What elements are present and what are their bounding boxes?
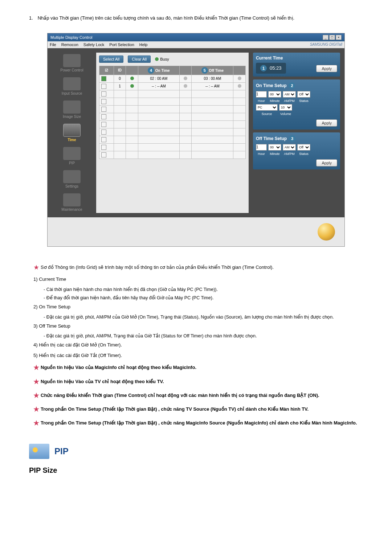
row-checkbox[interactable] xyxy=(101,122,106,127)
star-icon: ★ xyxy=(33,364,39,371)
status-dot-icon xyxy=(238,84,241,88)
close-button[interactable]: × xyxy=(336,35,342,40)
row-checkbox[interactable] xyxy=(101,114,106,119)
row-id: 0 xyxy=(114,75,126,82)
off-minute-select[interactable]: 00 xyxy=(268,144,281,151)
row-checkbox[interactable] xyxy=(101,145,106,150)
note-sub: - Để thay đổi thời gian hiện hành, đầu t… xyxy=(29,294,363,303)
sidebar-item-pip[interactable]: PIP xyxy=(52,145,92,167)
on-source-select[interactable]: PC xyxy=(256,104,278,111)
select-all-button[interactable]: Select All xyxy=(99,56,123,63)
ampm-label: AM/PM xyxy=(283,152,296,156)
pip-heading: PIP xyxy=(29,444,363,459)
off-hour-input[interactable] xyxy=(256,144,267,151)
row-checkbox[interactable] xyxy=(101,84,106,89)
on-time-title: On Time Setup xyxy=(256,83,286,88)
minimize-button[interactable]: _ xyxy=(323,35,328,40)
row-ontime: -- : -- AM xyxy=(138,82,179,90)
footer-orb-icon xyxy=(318,223,335,241)
star-icon: ★ xyxy=(33,406,39,413)
status-dot-icon xyxy=(184,77,187,80)
apply-on-button[interactable]: Apply xyxy=(316,119,337,127)
current-time-value: 05:23 xyxy=(270,65,282,71)
status-dot-icon xyxy=(130,77,134,80)
menu-file[interactable]: File xyxy=(50,42,56,47)
pip-icon xyxy=(63,147,81,160)
off-ampm-select[interactable]: AM xyxy=(283,144,296,151)
apply-off-button[interactable]: Apply xyxy=(316,159,337,167)
status-label: Status xyxy=(297,152,310,156)
table-row xyxy=(99,98,246,105)
sidebar-item-maintenance[interactable]: Maintenance xyxy=(52,192,92,213)
status-dot-icon xyxy=(184,84,187,88)
sidebar-item-power[interactable]: Power Control xyxy=(52,53,92,74)
note-text: On Time Setup xyxy=(39,304,70,309)
on-volume-select[interactable]: 10 xyxy=(279,104,292,111)
power-icon xyxy=(63,54,81,67)
table-row xyxy=(99,113,246,120)
row-checkbox[interactable] xyxy=(101,99,106,104)
off-time-title: Off Time Setup xyxy=(256,136,287,141)
table-row[interactable]: 0 02 : 00 AM 03 : 00 AM xyxy=(99,75,246,82)
app-window: Multiple Display Control _ □ × File Remo… xyxy=(47,33,345,247)
row-checkbox[interactable] xyxy=(101,91,106,97)
apply-current-button[interactable]: Apply xyxy=(316,65,337,72)
clear-all-button[interactable]: Clear All xyxy=(128,56,151,63)
star-note: Chức năng Điều khiển Thời gian (Time Con… xyxy=(41,392,319,398)
note-text: Current Time xyxy=(39,276,66,282)
sidebar-label: Image Size xyxy=(63,115,81,119)
sidebar-item-settings[interactable]: Settings xyxy=(52,169,92,190)
col-offtime: 5 Off Time xyxy=(192,66,233,75)
sidebar-label: Maintenance xyxy=(61,208,82,212)
sidebar-label: Time xyxy=(68,138,76,142)
table-row xyxy=(99,120,246,128)
col-ind1 xyxy=(126,66,138,75)
on-ampm-select[interactable]: AM xyxy=(283,91,296,98)
sidebar-item-time[interactable]: Time xyxy=(52,122,92,143)
col-check[interactable]: ☑ xyxy=(99,66,114,75)
note-text: Hiển thị các cài đặt Giờ Tắt (Off Timer)… xyxy=(39,353,122,358)
menu-safety-lock[interactable]: Safety Lock xyxy=(83,42,104,47)
note-num: 1) xyxy=(33,276,38,282)
on-status-select[interactable]: Off xyxy=(297,91,310,98)
busy-label: Busy xyxy=(160,57,169,61)
menu-remocon[interactable]: Remocon xyxy=(61,42,78,47)
row-checkbox[interactable] xyxy=(101,76,106,81)
on-minute-select[interactable]: 00 xyxy=(268,91,281,98)
sidebar-item-image-size[interactable]: Image Size xyxy=(52,99,92,120)
image-size-icon xyxy=(63,100,81,114)
col-ind2 xyxy=(179,66,191,75)
row-checkbox[interactable] xyxy=(101,130,106,135)
sidebar-label: Settings xyxy=(65,184,78,188)
sidebar: Power Control Input Source Image Size Ti… xyxy=(52,53,92,213)
badge-5: 5 xyxy=(201,67,208,74)
menu-help[interactable]: Help xyxy=(139,42,148,47)
ampm-label: AM/PM xyxy=(283,99,296,103)
note-text: Hiển thị các cài đặt Giờ Mở (On Timer). xyxy=(39,342,122,348)
row-checkbox[interactable] xyxy=(101,107,106,112)
current-time-section: Current Time 1 05:23 Apply xyxy=(253,53,340,77)
col-ontime: 4 On Time xyxy=(138,66,179,75)
note-num: 2) xyxy=(33,304,38,309)
star-icon: ★ xyxy=(33,264,39,271)
row-checkbox[interactable] xyxy=(101,152,106,157)
off-status-select[interactable]: Off xyxy=(297,144,310,151)
menu-port-selection[interactable]: Port Selection xyxy=(109,42,134,47)
star-note: Nguồn tín hiệu Vào của TV chỉ hoạt động … xyxy=(41,378,164,384)
input-icon xyxy=(63,77,81,90)
intro-text: Nhấp vào Thời gian (Time) trên các biểu … xyxy=(38,15,295,21)
hour-label: Hour xyxy=(256,99,267,103)
star-icon: ★ xyxy=(33,378,39,385)
note-sub: - Đặt các giá trị giờ, phút, AM/PM, Trạn… xyxy=(29,332,363,341)
table-row xyxy=(99,105,246,113)
time-icon xyxy=(63,124,81,137)
badge-2: 2 xyxy=(289,82,295,89)
badge-1: 1 xyxy=(260,65,267,71)
maximize-button[interactable]: □ xyxy=(329,35,335,40)
sidebar-item-input[interactable]: Input Source xyxy=(52,76,92,97)
table-row[interactable]: 1 -- : -- AM -- : -- AM xyxy=(99,82,246,90)
source-label: Source xyxy=(256,112,278,116)
on-hour-input[interactable] xyxy=(256,91,267,98)
row-checkbox[interactable] xyxy=(101,137,106,142)
settings-icon xyxy=(63,170,81,183)
